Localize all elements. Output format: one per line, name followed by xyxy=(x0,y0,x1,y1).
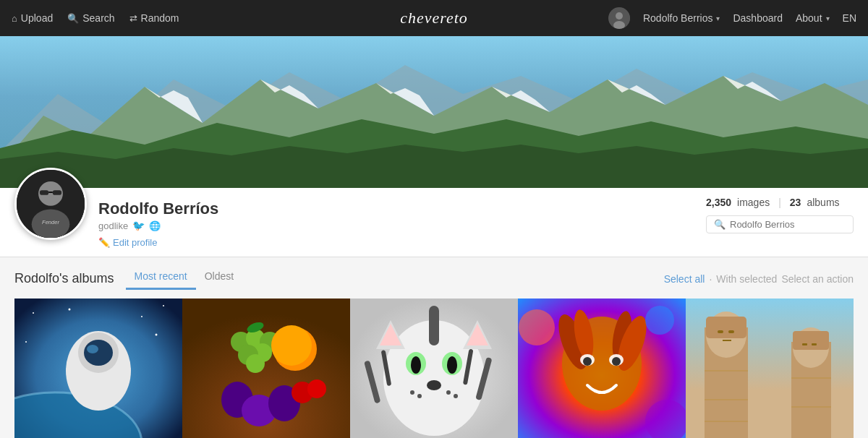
albums-grid xyxy=(14,299,854,438)
album-item-astronaut[interactable] xyxy=(14,299,182,438)
edit-profile-link[interactable]: ✏️ Edit profile xyxy=(98,237,706,248)
svg-point-47 xyxy=(307,379,326,398)
svg-point-30 xyxy=(141,316,142,317)
images-count: 2,350 xyxy=(706,197,731,208)
svg-point-61 xyxy=(410,390,414,395)
svg-point-78 xyxy=(612,357,621,366)
select-all-link[interactable]: Select all xyxy=(664,273,705,285)
svg-point-27 xyxy=(87,345,98,353)
svg-rect-87 xyxy=(728,330,734,333)
svg-point-81 xyxy=(645,306,674,335)
select-action-label: Select an action xyxy=(781,273,854,285)
random-icon: ⇄ xyxy=(129,13,137,24)
svg-point-29 xyxy=(69,309,71,311)
svg-rect-91 xyxy=(793,331,829,350)
svg-point-32 xyxy=(156,334,158,336)
profile-search-input[interactable] xyxy=(730,219,846,230)
user-menu-caret: ▾ xyxy=(716,14,720,22)
search-icon: 🔍 xyxy=(67,13,79,24)
svg-rect-60 xyxy=(429,306,439,345)
search-nav-link[interactable]: 🔍 Search xyxy=(67,12,114,24)
about-label: About xyxy=(796,12,822,24)
brand-logo: chevereto xyxy=(400,9,468,27)
svg-point-79 xyxy=(519,309,555,345)
profile-avatar: Fender xyxy=(14,168,87,240)
edit-icon: ✏️ xyxy=(98,237,110,248)
lang-nav-link[interactable]: EN xyxy=(843,12,856,24)
albums-count: 23 xyxy=(790,197,801,208)
svg-point-62 xyxy=(417,394,422,398)
svg-rect-86 xyxy=(718,330,723,333)
images-label: images xyxy=(737,197,770,208)
dashboard-nav-link[interactable]: Dashboard xyxy=(733,12,783,24)
navbar: ⌂ Upload 🔍 Search ⇄ Random chevereto Rod… xyxy=(0,0,868,36)
svg-point-64 xyxy=(454,394,458,398)
albums-title: Rodolfo's albums xyxy=(14,271,114,286)
dashboard-label: Dashboard xyxy=(733,12,783,24)
svg-point-63 xyxy=(446,390,451,395)
user-avatar-small xyxy=(608,7,630,29)
svg-point-26 xyxy=(84,340,113,366)
svg-rect-92 xyxy=(802,343,807,345)
edit-profile-label: Edit profile xyxy=(113,237,157,248)
tab-most-recent[interactable]: Most recent xyxy=(126,267,196,290)
svg-point-33 xyxy=(25,341,27,343)
svg-point-55 xyxy=(427,380,441,390)
role-text: godlike xyxy=(98,220,128,231)
navbar-right: Rodolfo Berrios ▾ Dashboard About ▾ EN xyxy=(608,7,856,29)
album-item-statues[interactable] xyxy=(686,299,854,438)
tab-oldest[interactable]: Oldest xyxy=(196,267,242,290)
about-caret: ▾ xyxy=(826,14,830,22)
about-nav-link[interactable]: About ▾ xyxy=(796,12,830,24)
albums-section: Rodolfo's albums Most recent Oldest Sele… xyxy=(0,257,868,438)
random-nav-link[interactable]: ⇄ Random xyxy=(129,12,179,24)
profile-name: Rodolfo Berríos xyxy=(98,199,706,218)
profile-search-box[interactable]: 🔍 xyxy=(706,215,854,233)
search-label: Search xyxy=(82,12,114,24)
album-item-fruits[interactable] xyxy=(182,299,350,438)
svg-point-31 xyxy=(163,305,164,306)
album-item-portrait[interactable] xyxy=(518,299,686,438)
search-box-icon: 🔍 xyxy=(714,219,726,230)
svg-rect-17 xyxy=(40,190,48,195)
albums-label: albums xyxy=(807,197,839,208)
upload-label: Upload xyxy=(21,12,53,24)
profile-section: Fender Rodolfo Berríos godlike 🐦 🌐 ✏️ Ed… xyxy=(0,188,868,257)
svg-point-28 xyxy=(33,312,34,314)
upload-icon: ⌂ xyxy=(12,13,17,24)
stats-row: 2,350 images | 23 albums xyxy=(706,197,840,208)
random-label: Random xyxy=(141,12,179,24)
svg-rect-93 xyxy=(812,343,817,345)
albums-actions: Select all · With selected Select an act… xyxy=(664,273,854,285)
stats-separator: | xyxy=(778,197,781,208)
profile-stats: 2,350 images | 23 albums 🔍 xyxy=(706,197,854,233)
album-item-tiger[interactable] xyxy=(350,299,518,438)
globe-icon: 🌐 xyxy=(149,220,161,231)
svg-point-1 xyxy=(616,12,623,20)
profile-info: Rodolfo Berríos godlike 🐦 🌐 ✏️ Edit prof… xyxy=(98,197,706,248)
user-name-label: Rodolfo Berrios xyxy=(643,12,713,24)
albums-header: Rodolfo's albums Most recent Oldest Sele… xyxy=(14,267,854,290)
svg-point-77 xyxy=(583,357,592,366)
navbar-left: ⌂ Upload 🔍 Search ⇄ Random xyxy=(12,12,179,24)
svg-point-42 xyxy=(271,325,312,366)
with-selected-label: With selected xyxy=(716,273,777,285)
cover-image xyxy=(0,36,868,188)
lang-label: EN xyxy=(843,12,856,24)
user-menu-link[interactable]: Rodolfo Berrios ▾ xyxy=(643,12,720,24)
upload-nav-link[interactable]: ⌂ Upload xyxy=(12,12,53,24)
tab-group: Most recent Oldest xyxy=(126,267,243,290)
svg-text:Fender: Fender xyxy=(42,219,59,226)
profile-role: godlike 🐦 🌐 xyxy=(98,220,706,231)
twitter-icon: 🐦 xyxy=(132,220,145,231)
svg-rect-85 xyxy=(706,317,746,338)
svg-point-40 xyxy=(246,354,265,373)
svg-rect-18 xyxy=(53,190,61,195)
svg-point-54 xyxy=(447,356,457,374)
svg-point-53 xyxy=(411,356,421,374)
dot-separator: · xyxy=(709,273,712,285)
